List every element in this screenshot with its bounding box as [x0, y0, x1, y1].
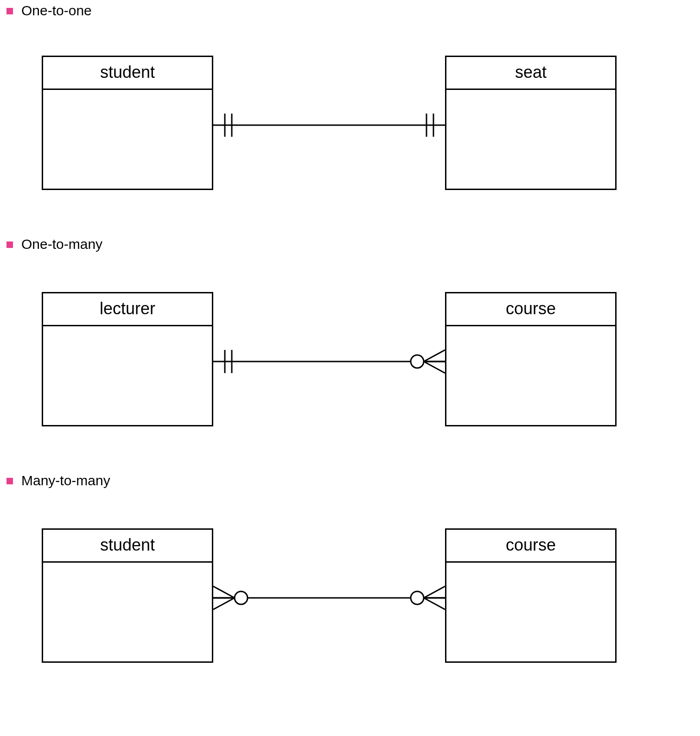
bullet-one-to-one: One-to-one [6, 3, 92, 19]
connector-one-to-one [213, 111, 445, 139]
svg-line-20 [424, 598, 445, 609]
square-bullet-icon [6, 478, 13, 484]
square-bullet-icon [6, 8, 13, 14]
entity-header: course [446, 293, 615, 326]
entity-header: course [446, 530, 615, 563]
connector-many-to-many [213, 584, 445, 612]
diagram-page: One-to-one student seat One-to-many lect… [0, 0, 700, 736]
svg-line-13 [213, 586, 235, 598]
bullet-one-to-many: One-to-many [6, 236, 102, 252]
entity-box-right-3: course [445, 528, 617, 663]
entity-box-right-2: course [445, 292, 617, 426]
entity-header: lecturer [43, 293, 212, 326]
svg-line-18 [424, 586, 445, 598]
svg-line-15 [213, 598, 235, 609]
svg-line-11 [424, 362, 445, 373]
connector-one-to-many [213, 348, 445, 375]
entity-header: student [43, 57, 212, 90]
entity-box-right-1: seat [445, 56, 617, 190]
bullet-label: One-to-one [21, 3, 92, 19]
entity-box-left-1: student [42, 56, 213, 190]
bullet-label: Many-to-many [21, 473, 110, 489]
entity-box-left-2: lecturer [42, 292, 213, 426]
entity-box-left-3: student [42, 528, 213, 663]
entity-header: seat [446, 57, 615, 90]
svg-point-16 [235, 591, 248, 604]
bullet-label: One-to-many [21, 236, 102, 252]
svg-point-17 [411, 591, 424, 604]
bullet-many-to-many: Many-to-many [6, 473, 110, 489]
square-bullet-icon [6, 241, 13, 248]
entity-header: student [43, 530, 212, 563]
svg-point-8 [411, 355, 424, 368]
svg-line-9 [424, 350, 445, 362]
